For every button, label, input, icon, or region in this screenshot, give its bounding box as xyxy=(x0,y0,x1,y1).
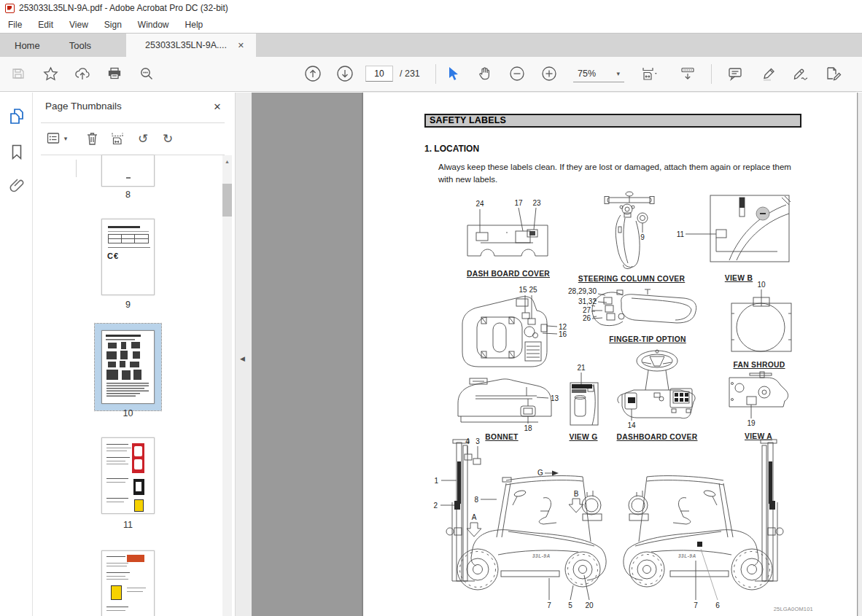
options-list-icon xyxy=(47,132,62,145)
panel-collapse-strip[interactable]: ◀ xyxy=(235,93,252,616)
print-button[interactable] xyxy=(104,64,125,83)
thumbnails-scrollbar[interactable]: ▲ xyxy=(222,155,232,616)
cloud-upload-icon xyxy=(74,66,90,81)
orange-label-preview xyxy=(127,555,144,562)
page-number-input[interactable] xyxy=(365,66,393,82)
pages-icon xyxy=(9,108,25,125)
callout-31-32: 31,32 xyxy=(578,297,597,305)
tab-document[interactable]: 253033L35LN-9A.... ✕ xyxy=(126,34,256,57)
zoom-level-dropdown[interactable]: 75% ▾ xyxy=(573,66,624,82)
comment-bubble-icon xyxy=(727,66,743,82)
caption-finger-tip-option: FINGER-TIP OPTION xyxy=(609,335,686,343)
page-thumbnails-panel-button[interactable] xyxy=(8,108,26,125)
thumbnail-options-button[interactable]: ▾ xyxy=(42,129,71,148)
panel-toolbar: ▾ ↺ ↻ xyxy=(33,123,235,155)
star-icon xyxy=(43,66,58,82)
menu-view[interactable]: View xyxy=(61,17,96,32)
panel-close-icon[interactable]: ✕ xyxy=(210,99,225,114)
menu-edit[interactable]: Edit xyxy=(30,17,61,32)
collapse-panel-icon[interactable]: ◀ xyxy=(240,355,245,362)
next-page-button[interactable] xyxy=(335,64,355,83)
highlight-button[interactable] xyxy=(758,64,779,83)
tab-tools[interactable]: Tools xyxy=(55,34,106,57)
figure-bonnet: 13 18 xyxy=(451,374,560,434)
hand-tool-button[interactable] xyxy=(475,64,495,83)
rotate-ccw-button[interactable]: ↺ xyxy=(133,129,152,148)
select-tool-button[interactable] xyxy=(443,64,464,83)
callout-G: G xyxy=(537,469,543,477)
resize-pages-button[interactable] xyxy=(108,129,127,148)
page-up-icon xyxy=(304,65,322,82)
page-thumbnails-panel: Page Thumbnails ✕ ▾ ↺ ↻ 8 C€ 9 xyxy=(33,93,235,616)
body-paragraph: Always keep these labels clean. If they … xyxy=(438,161,807,186)
tab-home[interactable]: Home xyxy=(0,34,55,57)
cursor-arrow-icon xyxy=(447,66,461,81)
panel-header: Page Thumbnails ✕ xyxy=(33,93,235,122)
callout-13: 13 xyxy=(551,394,559,402)
thumbnail-number[interactable]: 9 xyxy=(87,300,169,310)
tab-bar: Home Tools 253033L35LN-9A.... ✕ xyxy=(0,33,862,57)
thumbnail-page-11[interactable] xyxy=(101,437,155,514)
callout-15-25: 15 25 xyxy=(519,286,537,294)
callout-6: 6 xyxy=(715,601,720,609)
rotate-cw-button[interactable]: ↻ xyxy=(158,129,177,148)
share-upload-button[interactable] xyxy=(72,64,93,83)
zoom-out-button[interactable] xyxy=(507,64,527,83)
scrollbar-up-icon[interactable]: ▲ xyxy=(222,157,232,166)
scrollbar-thumb[interactable] xyxy=(222,184,232,217)
callout-4: 4 xyxy=(465,438,470,445)
trash-icon xyxy=(85,131,99,146)
scrolling-mode-button[interactable] xyxy=(677,64,698,83)
delete-pages-button[interactable] xyxy=(82,129,101,148)
figure-dash-board-cover: 24 17 23 xyxy=(460,199,556,268)
thumbnail-page-10[interactable] xyxy=(101,330,155,404)
callout-28-29-30: 28,29,30 xyxy=(568,287,597,295)
callout-8: 8 xyxy=(474,496,478,504)
sign-button[interactable] xyxy=(791,64,811,83)
menu-window[interactable]: Window xyxy=(130,17,177,32)
rotate-cw-icon: ↻ xyxy=(163,133,173,145)
pdf-page-canvas[interactable]: SAFETY LABELS 1. LOCATION Always keep th… xyxy=(363,93,857,616)
caption-steering-column-cover: STEERING COLUMN COVER xyxy=(578,275,685,283)
divider xyxy=(76,160,77,177)
search-button[interactable] xyxy=(136,64,157,83)
document-area[interactable]: SAFETY LABELS 1. LOCATION Always keep th… xyxy=(252,93,862,616)
fit-width-icon xyxy=(641,66,659,82)
callout-27: 27 xyxy=(583,306,591,314)
panel-title: Page Thumbnails xyxy=(45,101,122,112)
figure-dashboard-cover: 14 xyxy=(615,348,702,432)
location-heading: 1. LOCATION xyxy=(424,144,479,154)
thumbnail-number[interactable]: 8 xyxy=(87,190,169,200)
thumbnail-page-9[interactable]: C€ xyxy=(101,219,155,295)
page-display-button[interactable] xyxy=(635,64,664,83)
chevron-down-icon: ▾ xyxy=(616,70,620,77)
fountain-pen-icon xyxy=(792,66,809,82)
fill-sign-button[interactable] xyxy=(823,64,843,83)
caption-fan-shroud: FAN SHROUD xyxy=(733,361,785,369)
callout-24: 24 xyxy=(475,200,484,208)
toolbar-divider xyxy=(435,64,436,84)
comment-button[interactable] xyxy=(725,64,745,83)
menu-sign[interactable]: Sign xyxy=(96,17,130,32)
document-scrollbar[interactable] xyxy=(858,93,862,616)
previous-page-button[interactable] xyxy=(303,64,323,83)
tab-close-icon[interactable]: ✕ xyxy=(235,39,247,52)
thumbnail-page-8[interactable] xyxy=(101,155,155,187)
search-icon xyxy=(139,66,155,82)
menu-help[interactable]: Help xyxy=(177,17,211,32)
zoom-in-button[interactable] xyxy=(539,64,559,83)
save-button[interactable] xyxy=(8,64,28,83)
thumbnail-number[interactable]: 11 xyxy=(87,520,169,530)
callout-23: 23 xyxy=(532,199,541,207)
attachments-panel-button[interactable] xyxy=(8,176,26,194)
thumbnail-number[interactable]: 10 xyxy=(87,408,169,418)
menu-file[interactable]: File xyxy=(0,17,30,32)
callout-11: 11 xyxy=(677,230,685,238)
zoom-level-value: 75% xyxy=(578,69,596,79)
left-navigation-rail xyxy=(0,93,33,616)
rotate-ccw-icon: ↺ xyxy=(138,133,148,145)
bookmarks-panel-button[interactable] xyxy=(8,143,26,160)
model-logo-text: 33L-9A xyxy=(532,553,551,558)
star-button[interactable] xyxy=(40,64,61,83)
thumbnail-page-12[interactable] xyxy=(101,550,155,616)
